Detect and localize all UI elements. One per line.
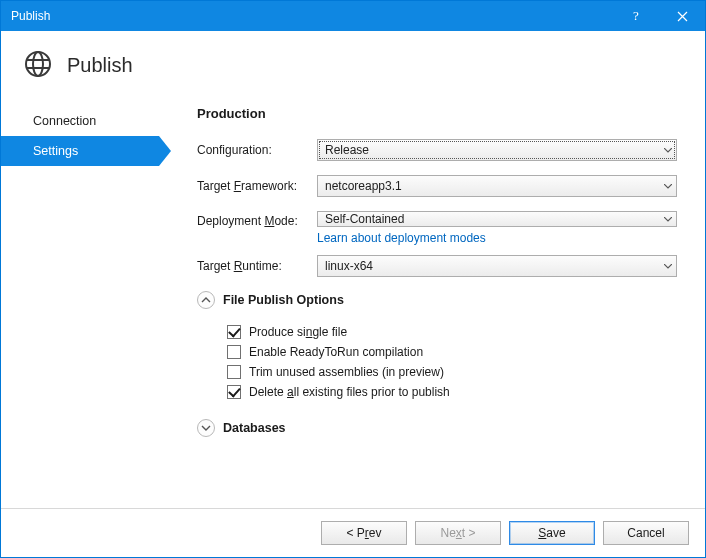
sidebar-item-label: Settings: [33, 144, 78, 158]
checkbox-icon: [227, 325, 241, 339]
row-deployment-mode: Deployment Mode: Self-Contained Learn ab…: [197, 211, 677, 245]
select-value: linux-x64: [325, 259, 373, 273]
expander-title: File Publish Options: [223, 293, 344, 307]
publish-dialog: Publish ? Publish Connection Settings: [0, 0, 706, 558]
svg-point-1: [26, 52, 50, 76]
expander-title: Databases: [223, 421, 286, 435]
expander-databases[interactable]: Databases: [197, 419, 677, 437]
select-value: netcoreapp3.1: [325, 179, 402, 193]
globe-icon: [23, 49, 53, 82]
select-value: Self-Contained: [325, 212, 404, 226]
option-ready-to-run[interactable]: Enable ReadyToRun compilation: [227, 345, 677, 359]
chevron-down-icon: [197, 419, 215, 437]
label-configuration: Configuration:: [197, 143, 317, 157]
option-produce-single-file[interactable]: Produce single file: [227, 325, 677, 339]
header: Publish: [1, 31, 705, 86]
label-deployment-mode: Deployment Mode:: [197, 214, 317, 228]
row-target-framework: Target Framework: netcoreapp3.1: [197, 175, 677, 197]
svg-text:?: ?: [633, 9, 639, 23]
checkbox-icon: [227, 385, 241, 399]
select-target-runtime[interactable]: linux-x64: [317, 255, 677, 277]
select-value: Release: [325, 143, 369, 157]
expander-file-publish[interactable]: File Publish Options: [197, 291, 677, 309]
next-button[interactable]: Next >: [415, 521, 501, 545]
footer: < Prev Next > Save Cancel: [1, 508, 705, 557]
option-label: Produce single file: [249, 325, 347, 339]
header-caption: Publish: [67, 54, 133, 77]
row-target-runtime: Target Runtime: linux-x64: [197, 255, 677, 277]
sidebar-item-settings[interactable]: Settings: [1, 136, 159, 166]
option-label: Trim unused assemblies (in preview): [249, 365, 444, 379]
content: Production Configuration: Release Target…: [159, 86, 705, 508]
option-trim-unused[interactable]: Trim unused assemblies (in preview): [227, 365, 677, 379]
titlebar: Publish ?: [1, 1, 705, 31]
checkbox-icon: [227, 345, 241, 359]
save-button[interactable]: Save: [509, 521, 595, 545]
link-learn-deployment-modes[interactable]: Learn about deployment modes: [317, 231, 677, 245]
chevron-down-icon: [664, 179, 672, 193]
window-title: Publish: [11, 9, 50, 23]
file-publish-options: Produce single file Enable ReadyToRun co…: [197, 317, 677, 409]
chevron-down-icon: [664, 212, 672, 226]
option-delete-existing[interactable]: Delete all existing files prior to publi…: [227, 385, 677, 399]
close-button[interactable]: [659, 1, 705, 31]
help-button[interactable]: ?: [613, 1, 659, 31]
chevron-up-icon: [197, 291, 215, 309]
option-label: Delete all existing files prior to publi…: [249, 385, 450, 399]
sidebar: Connection Settings: [1, 86, 159, 508]
cancel-button[interactable]: Cancel: [603, 521, 689, 545]
prev-button[interactable]: < Prev: [321, 521, 407, 545]
row-configuration: Configuration: Release: [197, 139, 677, 161]
select-configuration[interactable]: Release: [317, 139, 677, 161]
label-target-runtime: Target Runtime:: [197, 259, 317, 273]
chevron-down-icon: [664, 259, 672, 273]
select-deployment-mode[interactable]: Self-Contained: [317, 211, 677, 227]
label-target-framework: Target Framework:: [197, 179, 317, 193]
svg-point-2: [33, 52, 43, 76]
sidebar-item-connection[interactable]: Connection: [1, 106, 159, 136]
sidebar-item-label: Connection: [33, 114, 96, 128]
select-target-framework[interactable]: netcoreapp3.1: [317, 175, 677, 197]
chevron-down-icon: [664, 143, 672, 157]
profile-name: Production: [197, 106, 677, 121]
checkbox-icon: [227, 365, 241, 379]
option-label: Enable ReadyToRun compilation: [249, 345, 423, 359]
